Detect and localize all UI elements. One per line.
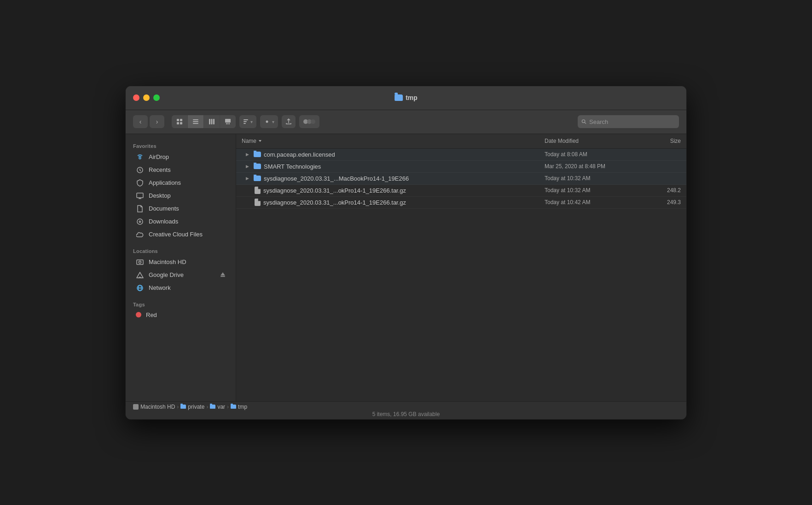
- svg-rect-5: [193, 121, 198, 122]
- locations-label: Locations: [126, 245, 236, 256]
- gallery-view-button[interactable]: [220, 115, 236, 128]
- icon-view-button[interactable]: [172, 115, 187, 128]
- recents-icon: [136, 166, 144, 174]
- file-area: Name Date Modified Size ▶ com.paceap.ede…: [236, 134, 686, 401]
- search-icon: [581, 119, 586, 124]
- applications-label: Applications: [149, 179, 181, 186]
- list-view-button[interactable]: [188, 115, 203, 128]
- sidebar-item-desktop[interactable]: Desktop: [128, 189, 233, 202]
- toolbar: ‹ ›: [126, 110, 686, 134]
- sidebar-item-google-drive[interactable]: Google Drive: [128, 269, 233, 282]
- col-header-size[interactable]: Size: [640, 134, 686, 148]
- search-input[interactable]: [589, 118, 675, 125]
- creative-cloud-icon: [136, 230, 144, 239]
- folder-icon: [254, 152, 261, 157]
- window-title-area: tmp: [394, 94, 418, 101]
- svg-rect-10: [225, 119, 231, 123]
- sidebar-item-red-tag[interactable]: Red: [128, 309, 233, 321]
- sidebar-item-recents[interactable]: Recents: [128, 164, 233, 176]
- breadcrumb-folder-icon: [210, 405, 215, 409]
- sidebar-item-network[interactable]: Network: [128, 282, 233, 294]
- breadcrumb-var[interactable]: var: [210, 404, 225, 410]
- status-text: 5 items, 16.95 GB available: [133, 411, 679, 417]
- downloads-icon: [136, 217, 144, 226]
- breadcrumb-folder-icon: [231, 405, 236, 409]
- svg-rect-29: [137, 260, 143, 264]
- forward-button[interactable]: ›: [150, 115, 164, 128]
- macintosh-hd-label: Macintosh HD: [149, 258, 186, 265]
- creative-cloud-label: Creative Cloud Files: [149, 231, 203, 238]
- google-drive-icon: [136, 271, 144, 279]
- tags-label: Tags: [126, 298, 236, 309]
- col-header-name[interactable]: Name: [236, 134, 539, 148]
- sidebar-item-creative-cloud[interactable]: Creative Cloud Files: [128, 228, 233, 241]
- svg-rect-4: [193, 119, 198, 120]
- breadcrumb-macintosh-hd[interactable]: Macintosh HD: [133, 404, 175, 410]
- svg-rect-11: [226, 123, 227, 124]
- view-mode-group: [172, 115, 236, 128]
- svg-rect-1: [180, 119, 182, 121]
- documents-label: Documents: [149, 205, 179, 212]
- network-icon: [136, 284, 144, 292]
- svg-rect-16: [244, 123, 246, 124]
- sidebar: Favorites AirDrop Recents: [126, 134, 236, 401]
- table-row[interactable]: sysdiagnose_2020.03.31_...okPro14-1_19E2…: [236, 197, 686, 209]
- file-list: ▶ com.paceap.eden.licensed Today at 8:08…: [236, 149, 686, 401]
- main-content: Favorites AirDrop Recents: [126, 134, 686, 401]
- group-by-dropdown[interactable]: ▾: [239, 115, 256, 128]
- svg-rect-8: [211, 119, 213, 124]
- folder-icon: [254, 164, 261, 169]
- maximize-button[interactable]: [153, 94, 160, 101]
- downloads-label: Downloads: [149, 218, 178, 225]
- svg-rect-7: [209, 119, 210, 124]
- statusbar: Macintosh HD › private › var › tmp 5 ite…: [126, 401, 686, 419]
- google-drive-label: Google Drive: [149, 271, 184, 278]
- eject-icon[interactable]: [220, 271, 226, 278]
- svg-point-17: [266, 121, 268, 123]
- macintosh-hd-icon: [136, 258, 144, 266]
- column-view-button[interactable]: [204, 115, 220, 128]
- svg-point-20: [311, 119, 315, 124]
- expand-arrow[interactable]: ▶: [244, 151, 251, 158]
- expand-arrow[interactable]: ▶: [244, 163, 251, 170]
- svg-rect-3: [180, 122, 182, 124]
- documents-icon: [136, 205, 144, 213]
- table-row[interactable]: ▶ SMART Technologies Mar 25, 2020 at 8:4…: [236, 161, 686, 173]
- applications-icon: [136, 179, 144, 187]
- desktop-label: Desktop: [149, 192, 171, 199]
- network-label: Network: [149, 284, 171, 291]
- col-header-date[interactable]: Date Modified: [539, 134, 640, 148]
- share-button[interactable]: [282, 115, 296, 128]
- svg-rect-0: [177, 119, 179, 121]
- table-row[interactable]: sysdiagnose_2020.03.31_...okPro14-1_19E2…: [236, 185, 686, 197]
- sidebar-item-applications[interactable]: Applications: [128, 176, 233, 189]
- breadcrumb-private[interactable]: private: [180, 404, 204, 410]
- svg-rect-2: [177, 122, 179, 124]
- title-folder-icon: [394, 94, 403, 101]
- sidebar-item-documents[interactable]: Documents: [128, 202, 233, 215]
- finder-window: tmp ‹ ›: [125, 86, 687, 420]
- table-row[interactable]: ▶ sysdiagnose_2020.03.31_...MacBookPro14…: [236, 173, 686, 185]
- breadcrumb-tmp[interactable]: tmp: [231, 404, 247, 410]
- tags-button[interactable]: [299, 115, 319, 128]
- sidebar-item-downloads[interactable]: Downloads: [128, 215, 233, 228]
- expand-arrow[interactable]: ▶: [244, 175, 251, 182]
- red-tag-label: Red: [146, 311, 157, 318]
- search-box[interactable]: [578, 115, 679, 128]
- svg-rect-13: [229, 123, 230, 124]
- traffic-lights: [133, 94, 160, 101]
- sidebar-item-macintosh-hd[interactable]: Macintosh HD: [128, 256, 233, 269]
- breadcrumb: Macintosh HD › private › var › tmp: [133, 404, 679, 410]
- action-dropdown[interactable]: ▾: [260, 115, 278, 128]
- svg-rect-15: [244, 121, 247, 122]
- minimize-button[interactable]: [143, 94, 150, 101]
- red-tag-dot: [136, 312, 141, 317]
- table-row[interactable]: ▶ com.paceap.eden.licensed Today at 8:08…: [236, 149, 686, 161]
- back-button[interactable]: ‹: [133, 115, 148, 128]
- folder-icon: [254, 176, 261, 181]
- sidebar-item-airdrop[interactable]: AirDrop: [128, 151, 233, 164]
- titlebar: tmp: [126, 86, 686, 110]
- file-icon: [255, 199, 261, 206]
- svg-rect-9: [213, 119, 215, 124]
- close-button[interactable]: [133, 94, 139, 101]
